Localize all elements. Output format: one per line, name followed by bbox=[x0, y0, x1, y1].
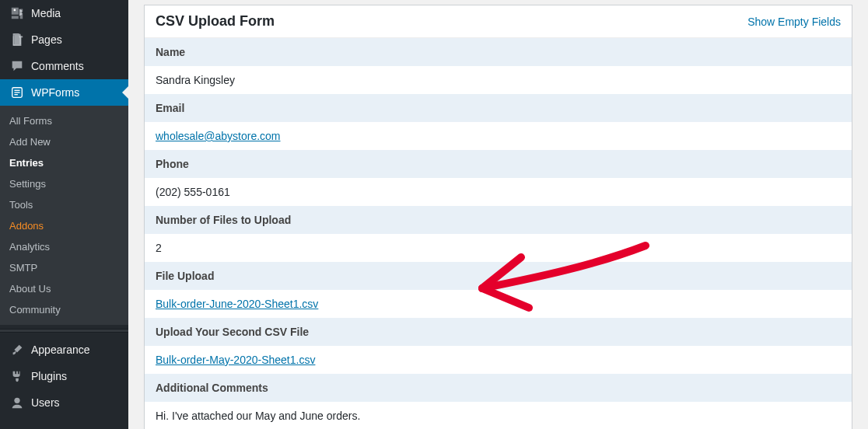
sidebar-item-label: Plugins bbox=[31, 370, 67, 382]
file-link-2[interactable]: Bulk-order-May-2020-Sheet1.csv bbox=[156, 354, 315, 366]
page-icon bbox=[9, 32, 25, 47]
field-value-email: wholesale@abystore.com bbox=[145, 122, 852, 150]
field-value-second-csv: Bulk-order-May-2020-Sheet1.csv bbox=[145, 346, 852, 374]
sidebar-item-label: Users bbox=[31, 396, 60, 409]
show-empty-fields-link[interactable]: Show Empty Fields bbox=[747, 16, 841, 28]
sidebar-item-comments[interactable]: Comments bbox=[0, 53, 128, 79]
submenu-add-new[interactable]: Add New bbox=[0, 131, 128, 152]
email-link[interactable]: wholesale@abystore.com bbox=[156, 130, 281, 142]
field-value-phone: (202) 555-0161 bbox=[145, 178, 852, 206]
sidebar-item-label: WPForms bbox=[31, 86, 79, 99]
sidebar-item-label: Comments bbox=[31, 60, 84, 72]
sidebar-separator bbox=[0, 329, 128, 333]
plug-icon bbox=[9, 368, 25, 384]
comment-icon bbox=[9, 58, 25, 74]
submenu-tools[interactable]: Tools bbox=[0, 194, 128, 215]
field-value-comments: Hi. I've attached our May and June order… bbox=[145, 402, 852, 429]
brush-icon bbox=[9, 342, 25, 358]
sidebar-item-label: Appearance bbox=[31, 344, 90, 356]
field-label-email: Email bbox=[145, 94, 852, 122]
submenu-entries[interactable]: Entries bbox=[0, 152, 128, 173]
field-label-second-csv: Upload Your Second CSV File bbox=[145, 318, 852, 346]
sidebar-item-pages[interactable]: Pages bbox=[0, 26, 128, 53]
sidebar-item-label: Pages bbox=[31, 33, 62, 46]
svg-point-5 bbox=[14, 398, 19, 403]
sidebar-item-users[interactable]: Users bbox=[0, 389, 128, 416]
media-icon bbox=[9, 5, 25, 21]
field-label-name: Name bbox=[145, 38, 852, 66]
field-value-fileupload: Bulk-order-June-2020-Sheet1.csv bbox=[145, 290, 852, 318]
file-link-1[interactable]: Bulk-order-June-2020-Sheet1.csv bbox=[156, 298, 318, 310]
submenu-all-forms[interactable]: All Forms bbox=[0, 110, 128, 131]
submenu-analytics[interactable]: Analytics bbox=[0, 236, 128, 257]
submenu-addons[interactable]: Addons bbox=[0, 215, 128, 236]
user-icon bbox=[9, 395, 25, 410]
admin-sidebar: Media Pages Comments WPForms All Forms A… bbox=[0, 0, 128, 429]
main-content: CSV Upload Form Show Empty Fields Name S… bbox=[128, 0, 868, 429]
field-value-numfiles: 2 bbox=[145, 234, 852, 262]
sidebar-submenu: All Forms Add New Entries Settings Tools… bbox=[0, 106, 128, 325]
submenu-smtp[interactable]: SMTP bbox=[0, 257, 128, 278]
field-label-fileupload: File Upload bbox=[145, 262, 852, 290]
panel-title: CSV Upload Form bbox=[156, 13, 275, 30]
sidebar-item-media[interactable]: Media bbox=[0, 0, 128, 26]
field-value-name: Sandra Kingsley bbox=[145, 66, 852, 94]
sidebar-item-wpforms[interactable]: WPForms bbox=[0, 79, 128, 106]
submenu-community[interactable]: Community bbox=[0, 299, 128, 320]
submenu-about-us[interactable]: About Us bbox=[0, 278, 128, 299]
submenu-settings[interactable]: Settings bbox=[0, 173, 128, 194]
panel-header: CSV Upload Form Show Empty Fields bbox=[145, 5, 852, 38]
svg-point-0 bbox=[14, 9, 16, 12]
form-icon bbox=[9, 85, 25, 100]
sidebar-item-label: Media bbox=[31, 7, 61, 19]
field-label-comments: Additional Comments bbox=[145, 374, 852, 402]
field-label-phone: Phone bbox=[145, 150, 852, 178]
sidebar-item-plugins[interactable]: Plugins bbox=[0, 363, 128, 389]
entry-panel: CSV Upload Form Show Empty Fields Name S… bbox=[144, 5, 852, 429]
field-label-numfiles: Number of Files to Upload bbox=[145, 206, 852, 234]
sidebar-item-appearance[interactable]: Appearance bbox=[0, 337, 128, 363]
